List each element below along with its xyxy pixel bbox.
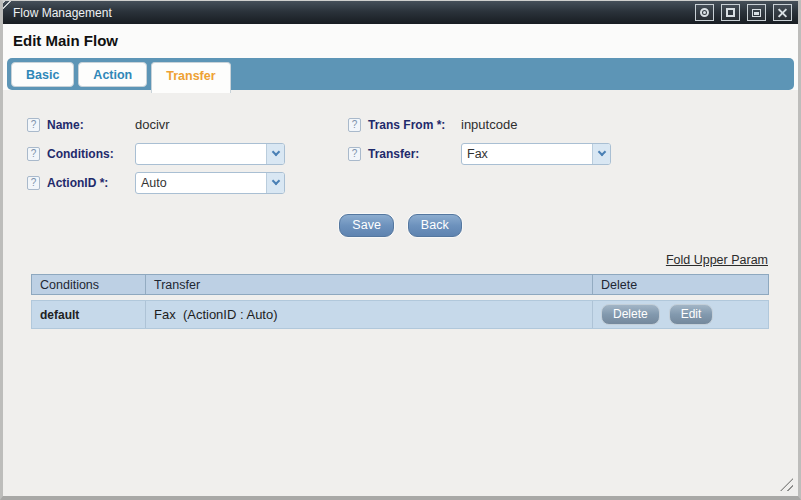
delete-button[interactable]: Delete (601, 304, 660, 325)
titlebar: Flow Management (3, 1, 798, 24)
page-title: Edit Main Flow (13, 32, 798, 49)
col-transfer: Transfer (145, 275, 592, 294)
form-column-left: ? Name: docivr ? Conditions: ? ActionID … (27, 110, 348, 197)
help-icon[interactable]: ? (348, 147, 361, 161)
col-conditions: Conditions (32, 278, 145, 292)
field-trans-from: ? Trans From *: inputcode (348, 110, 798, 139)
trans-from-value: inputcode (461, 117, 517, 132)
resize-grip-bottom-right[interactable] (780, 478, 793, 491)
collapse-icon[interactable] (695, 4, 714, 21)
back-button[interactable]: Back (408, 214, 462, 237)
edit-button[interactable]: Edit (669, 304, 714, 325)
field-name: ? Name: docivr (27, 110, 348, 139)
form-column-right: ? Trans From *: inputcode ? Transfer: Fa… (348, 110, 798, 197)
window-controls (688, 4, 792, 21)
save-button[interactable]: Save (339, 214, 394, 237)
actionid-select-value: Auto (136, 176, 266, 190)
chevron-down-icon (592, 144, 610, 164)
tab-transfer-label: Transfer (166, 69, 215, 83)
tab-basic-label: Basic (26, 68, 59, 82)
actionid-label: ActionID *: (47, 176, 135, 190)
flow-management-window: Flow Management Edit Main Flow Basic Act… (0, 0, 801, 500)
conditions-label: Conditions: (47, 147, 135, 161)
minimize-icon[interactable] (747, 4, 766, 21)
tab-transfer[interactable]: Transfer (151, 62, 230, 93)
field-conditions: ? Conditions: (27, 139, 348, 168)
transfer-label: Transfer: (368, 147, 461, 161)
form-buttons: Save Back (3, 214, 798, 237)
tab-action[interactable]: Action (78, 62, 147, 87)
transfer-select[interactable]: Fax (461, 143, 611, 165)
field-actionid: ? ActionID *: Auto (27, 168, 348, 197)
name-label: Name: (47, 118, 135, 132)
transfer-select-value: Fax (462, 147, 592, 161)
tab-basic[interactable]: Basic (11, 62, 74, 87)
row-actions: Delete Edit (592, 301, 768, 328)
window-title: Flow Management (13, 6, 688, 20)
table-header: Conditions Transfer Delete (31, 274, 769, 295)
collapse-glyph (700, 8, 709, 17)
maximize-icon[interactable] (721, 4, 740, 21)
minimize-glyph (752, 9, 761, 17)
chevron-down-icon (266, 173, 284, 193)
actionid-select[interactable]: Auto (135, 172, 285, 194)
chevron-down-icon (266, 144, 284, 164)
table-row: default Fax (ActionID : Auto) Delete Edi… (31, 300, 769, 329)
name-value: docivr (135, 117, 170, 132)
transfer-form: ? Name: docivr ? Conditions: ? ActionID … (3, 90, 798, 197)
help-icon[interactable]: ? (27, 147, 40, 161)
trans-from-label: Trans From *: (368, 118, 461, 132)
tab-bar: Basic Action Transfer (7, 58, 794, 90)
field-transfer: ? Transfer: Fax (348, 139, 798, 168)
fold-row: Fold Upper Param (3, 250, 798, 268)
row-transfer-value: Fax (ActionID : Auto) (145, 301, 592, 328)
header-area: Edit Main Flow Basic Action Transfer (3, 24, 798, 90)
help-icon[interactable]: ? (27, 176, 40, 190)
col-delete: Delete (592, 275, 768, 294)
help-icon[interactable]: ? (27, 118, 40, 132)
conditions-select[interactable] (135, 143, 285, 165)
row-conditions-value: default (32, 308, 145, 322)
maximize-glyph (726, 8, 735, 17)
close-icon[interactable] (773, 4, 792, 21)
tab-content: ? Name: docivr ? Conditions: ? ActionID … (3, 90, 798, 329)
fold-upper-param-link[interactable]: Fold Upper Param (666, 253, 768, 267)
close-glyph (778, 8, 787, 17)
help-icon[interactable]: ? (348, 118, 361, 132)
tab-action-label: Action (93, 68, 132, 82)
conditions-table: Conditions Transfer Delete default Fax (… (31, 274, 769, 329)
